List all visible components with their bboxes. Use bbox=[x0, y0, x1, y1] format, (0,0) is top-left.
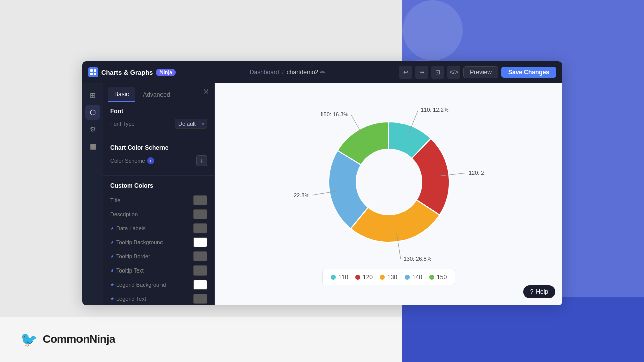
legend-dot bbox=[331, 275, 336, 280]
info-icon: i bbox=[147, 157, 154, 164]
sidebar-icon-tag[interactable]: ⬡ bbox=[85, 105, 100, 120]
panel-close-button[interactable]: ✕ bbox=[203, 87, 209, 96]
undo-button[interactable]: ↩ bbox=[399, 66, 412, 79]
font-section: Font Font Type Default bbox=[103, 102, 214, 138]
color-item: ★ Tooltip Background bbox=[110, 235, 207, 249]
bottom-right-bg bbox=[403, 297, 644, 362]
font-type-select-wrapper: Default bbox=[175, 119, 207, 129]
help-button[interactable]: ? Help bbox=[523, 285, 555, 298]
color-item-label: ★ Legend Text bbox=[110, 296, 146, 302]
color-item: ★ Legend Text bbox=[110, 292, 207, 305]
svg-rect-3 bbox=[94, 73, 96, 75]
legend-item: 140 bbox=[405, 274, 422, 281]
color-item-label: ★ Tooltip Border bbox=[110, 253, 150, 259]
legend-value: 140 bbox=[412, 274, 422, 281]
edit-icon[interactable]: ✏ bbox=[320, 69, 325, 76]
legend-item: 110 bbox=[331, 274, 348, 281]
color-swatch[interactable] bbox=[193, 209, 207, 219]
color-items-container: Title Description ★ Data Labels ★ Toolti… bbox=[110, 193, 207, 305]
color-item: Title bbox=[110, 193, 207, 207]
color-item-label: ★ Tooltip Background bbox=[110, 239, 164, 245]
preview-button[interactable]: Preview bbox=[463, 66, 498, 78]
app-body: ⊞ ⬡ ⚙ ▦ Basic Advanced ✕ Font Font Type bbox=[82, 83, 562, 305]
puzzle-shape-1 bbox=[403, 0, 463, 60]
header-logo: Charts & Graphs Ninja bbox=[88, 67, 176, 77]
app-name: Charts & Graphs bbox=[101, 69, 153, 76]
panel-content: Font Font Type Default Chart Color Schem… bbox=[103, 102, 214, 305]
donut-chart: 110: 12.2%120: 22.0%130: 26.8%140: 22.8%… bbox=[293, 104, 485, 265]
callout-label: 120: 22.0% bbox=[468, 170, 484, 176]
ninja-badge: Ninja bbox=[156, 69, 175, 76]
color-item-label: Title bbox=[110, 197, 120, 203]
font-type-label: Font Type bbox=[110, 121, 135, 127]
breadcrumb-current: chartdemo2 ✏ bbox=[287, 69, 325, 76]
header-actions: ↩ ↪ ⊡ </> Preview Save Changes bbox=[399, 66, 556, 79]
add-color-scheme-button[interactable]: + bbox=[196, 155, 207, 166]
color-swatch[interactable] bbox=[193, 265, 207, 276]
color-item-label: ★ Tooltip Text bbox=[110, 267, 144, 274]
chart-area: 110: 12.2%120: 22.0%130: 26.8%140: 22.8%… bbox=[215, 83, 562, 305]
custom-colors-title: Custom Colors bbox=[110, 182, 207, 189]
callout-label: 140: 22.8% bbox=[293, 192, 309, 198]
legend-item: 120 bbox=[355, 274, 373, 281]
legend-item: 150 bbox=[429, 274, 447, 281]
settings-panel: Basic Advanced ✕ Font Font Type Default bbox=[103, 83, 215, 305]
legend-dot bbox=[405, 275, 410, 280]
legend-dot bbox=[380, 275, 385, 280]
star-icon: ★ bbox=[110, 240, 114, 245]
callout-label: 110: 12.2% bbox=[420, 107, 448, 113]
code-button[interactable]: </> bbox=[447, 66, 460, 79]
color-item: ★ Tooltip Text bbox=[110, 263, 207, 278]
app-window: Charts & Graphs Ninja Dashboard / chartd… bbox=[82, 61, 562, 305]
color-item: ★ Data Labels bbox=[110, 221, 207, 235]
chart-color-scheme-section: Chart Color Scheme Color Scheme i + bbox=[103, 138, 214, 176]
sidebar-icon-grid[interactable]: ⊞ bbox=[85, 87, 100, 103]
chart-container: 110: 12.2%120: 22.0%130: 26.8%140: 22.8%… bbox=[293, 104, 485, 265]
star-icon: ★ bbox=[110, 254, 114, 259]
breadcrumb-separator: / bbox=[282, 69, 284, 76]
font-section-title: Font bbox=[110, 108, 207, 115]
help-icon: ? bbox=[530, 288, 534, 295]
legend-value: 150 bbox=[437, 274, 447, 281]
save-button[interactable]: Save Changes bbox=[501, 67, 556, 78]
legend-dot bbox=[429, 275, 434, 280]
callout-label: 150: 16.3% bbox=[320, 111, 348, 117]
bottom-bar: 🐦 CommonNinja bbox=[0, 317, 403, 362]
star-icon: ★ bbox=[110, 226, 114, 231]
font-type-select[interactable]: Default bbox=[175, 119, 207, 129]
chart-color-scheme-title: Chart Color Scheme bbox=[110, 144, 207, 151]
sidebar-icon-chart[interactable]: ▦ bbox=[85, 139, 100, 154]
star-icon: ★ bbox=[110, 268, 114, 273]
tab-basic[interactable]: Basic bbox=[108, 87, 135, 102]
color-scheme-row: Color Scheme i + bbox=[110, 155, 207, 166]
color-swatch[interactable] bbox=[193, 223, 207, 233]
logo-area: 🐦 CommonNinja bbox=[20, 331, 115, 348]
color-item: ★ Legend Background bbox=[110, 278, 207, 292]
font-type-row: Font Type Default bbox=[110, 119, 207, 129]
tab-advanced[interactable]: Advanced bbox=[137, 88, 176, 101]
app-logo-icon bbox=[88, 67, 98, 77]
legend-item: 130 bbox=[380, 274, 397, 281]
color-swatch[interactable] bbox=[193, 280, 207, 290]
color-swatch[interactable] bbox=[193, 294, 207, 304]
panel-tabs: Basic Advanced ✕ bbox=[103, 83, 214, 102]
device-button[interactable]: ⊡ bbox=[431, 66, 444, 79]
breadcrumb: Dashboard / chartdemo2 ✏ bbox=[180, 69, 395, 76]
chart-legend: 110 120 130 140 150 bbox=[322, 269, 455, 285]
color-item: ★ Tooltip Border bbox=[110, 249, 207, 263]
logo-icon: 🐦 bbox=[20, 331, 38, 348]
sidebar-icon-gear[interactable]: ⚙ bbox=[85, 122, 100, 137]
color-item: Description bbox=[110, 207, 207, 221]
star-icon: ★ bbox=[110, 296, 114, 301]
legend-value: 110 bbox=[338, 274, 348, 281]
svg-rect-0 bbox=[90, 69, 93, 72]
color-swatch[interactable] bbox=[193, 251, 207, 261]
sidebar-icons: ⊞ ⬡ ⚙ ▦ bbox=[82, 83, 103, 305]
color-item-label: Description bbox=[110, 211, 138, 217]
redo-button[interactable]: ↪ bbox=[415, 66, 428, 79]
color-scheme-label: Color Scheme i bbox=[110, 157, 154, 164]
legend-value: 130 bbox=[387, 274, 397, 281]
color-item-label: ★ Data Labels bbox=[110, 225, 146, 231]
color-swatch[interactable] bbox=[193, 237, 207, 247]
color-swatch[interactable] bbox=[193, 195, 207, 205]
